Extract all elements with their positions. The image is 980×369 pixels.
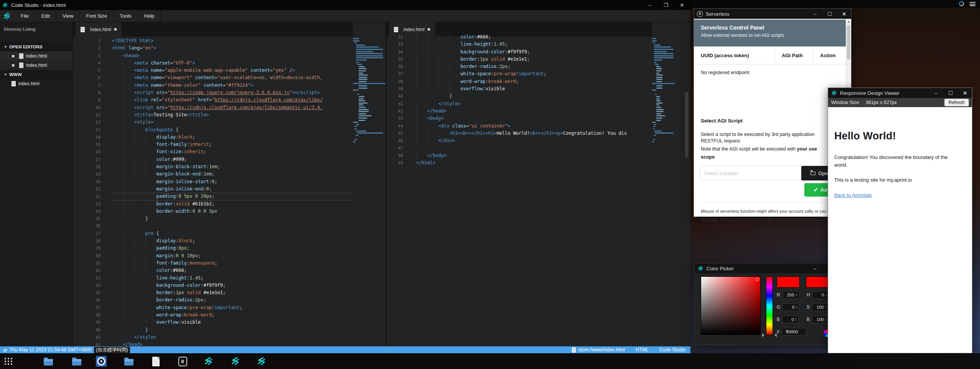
code-line[interactable]: } bbox=[112, 326, 353, 334]
serverless-icon[interactable]: 0 bbox=[177, 356, 188, 367]
scroll-up-icon[interactable]: ▲ bbox=[846, 19, 851, 23]
code-line[interactable]: <style> bbox=[112, 119, 353, 126]
title-bar[interactable]: 0 Serverless – ☐ ✕ bbox=[694, 9, 851, 19]
code-line[interactable]: <body> bbox=[416, 115, 652, 122]
code-line[interactable]: overflow:visible bbox=[416, 85, 652, 93]
code-line[interactable]: </head> bbox=[112, 341, 353, 346]
code-line[interactable]: border:1px solid #e1e1e1; bbox=[416, 56, 652, 63]
restore-button[interactable]: ❐ bbox=[663, 2, 669, 8]
hex-input[interactable] bbox=[782, 328, 806, 336]
hue-slider[interactable] bbox=[766, 276, 773, 335]
code-line[interactable]: <meta name="theme-color" content="#ff922… bbox=[112, 82, 353, 89]
sync-icon[interactable]: ⇄ bbox=[3, 347, 7, 353]
code-line[interactable]: margin-block-start:1em; bbox=[112, 163, 353, 170]
code-line[interactable]: pre { bbox=[112, 230, 353, 237]
code-line[interactable]: white-space:pre-wrap!important; bbox=[416, 70, 652, 78]
minimize-button[interactable]: – bbox=[647, 2, 653, 8]
stepper-icon[interactable]: ▲▼ bbox=[795, 318, 797, 321]
code-line[interactable] bbox=[112, 222, 353, 230]
code-line[interactable]: <link rel="stylesheet" href="https://cdn… bbox=[112, 96, 353, 104]
menu-file[interactable]: File bbox=[15, 10, 35, 22]
close-file-icon[interactable]: ✖ bbox=[12, 54, 16, 58]
code-line[interactable]: </style> bbox=[112, 334, 353, 341]
menu-edit[interactable]: Edit bbox=[35, 10, 56, 22]
refresh-button[interactable]: Refresh bbox=[944, 99, 969, 106]
minimap[interactable] bbox=[353, 37, 385, 143]
code-line[interactable]: word-wrap:break-word; bbox=[112, 311, 353, 319]
stepper-icon[interactable]: ▲▼ bbox=[796, 305, 797, 309]
code-line[interactable]: } bbox=[416, 93, 652, 100]
code-line[interactable]: font-family:inherit; bbox=[112, 141, 353, 148]
menu-view[interactable]: View bbox=[56, 10, 80, 22]
code-line[interactable]: background-color:#f9f9f9; bbox=[416, 48, 652, 56]
stepper-icon[interactable]: ▲▼ bbox=[825, 293, 827, 297]
code-line[interactable]: line-height:1.45; bbox=[416, 41, 652, 48]
code-line[interactable]: border:solid #b1b1b1; bbox=[112, 200, 353, 208]
code-line[interactable]: <title>Testing Site</title> bbox=[112, 111, 353, 119]
code-line[interactable]: </div> bbox=[416, 137, 652, 144]
code-line[interactable]: padding:0 5px 0 20px; bbox=[112, 193, 353, 200]
tree-section-www[interactable]: ▼ WWW bbox=[0, 70, 72, 79]
code-line[interactable]: <!DOCTYPE html> bbox=[112, 37, 353, 45]
close-tab-icon[interactable]: ✖ bbox=[114, 27, 117, 31]
code-line[interactable]: </html> bbox=[416, 159, 652, 167]
code-line[interactable]: margin:0 0 10px; bbox=[112, 252, 353, 260]
code-line[interactable]: </body> bbox=[416, 152, 652, 159]
code-studio-icon[interactable] bbox=[230, 356, 241, 367]
media-disc-icon[interactable] bbox=[96, 356, 107, 367]
code-line[interactable]: border-width:0 0 0 5px bbox=[112, 208, 353, 215]
code-line[interactable]: blockquote { bbox=[112, 126, 353, 134]
code-line[interactable]: <script src="https://cdnjs.cloudflare.co… bbox=[112, 104, 353, 111]
code-line[interactable]: </style> bbox=[416, 100, 652, 108]
close-tab-icon[interactable]: ✖ bbox=[427, 27, 430, 31]
maximize-button[interactable]: ☐ bbox=[947, 90, 954, 96]
tree-item-www-index[interactable]: index.html bbox=[0, 79, 72, 88]
code-line[interactable]: color:#666; bbox=[112, 267, 353, 274]
close-button[interactable]: ✕ bbox=[962, 90, 968, 96]
code-line[interactable]: font-family:monospace; bbox=[112, 260, 353, 267]
minimize-button[interactable]: – bbox=[812, 266, 818, 271]
code-line[interactable]: } bbox=[112, 215, 353, 222]
app-launcher-icon[interactable] bbox=[3, 356, 14, 367]
select-location-input[interactable] bbox=[700, 166, 801, 180]
tree-section-open-editors[interactable]: ▼ OPEN EDITORS bbox=[0, 42, 72, 51]
code-line[interactable]: display:block; bbox=[112, 134, 353, 141]
stepper-icon[interactable]: ▲▼ bbox=[825, 318, 827, 321]
code-line[interactable]: display:block; bbox=[112, 237, 353, 245]
tree-item-open-editor-1[interactable]: ✖ index.html bbox=[0, 51, 72, 61]
code-line[interactable]: padding:8px; bbox=[112, 245, 353, 252]
status-language[interactable]: HTML bbox=[636, 347, 649, 352]
menu-tools[interactable]: Tools bbox=[114, 10, 138, 22]
code-line[interactable]: word-wrap:break-word; bbox=[416, 78, 652, 85]
menu-help[interactable]: Help bbox=[138, 10, 161, 22]
status-file-path[interactable]: store:/www/index.html bbox=[578, 347, 625, 352]
minimize-button[interactable]: – bbox=[933, 90, 939, 96]
tab-index-html[interactable]: index.html ✖ bbox=[76, 22, 122, 36]
code-line[interactable]: <html lang="en"> bbox=[112, 45, 353, 52]
color-cursor[interactable] bbox=[756, 278, 759, 281]
code-studio-icon[interactable] bbox=[203, 356, 214, 367]
close-file-icon[interactable]: ✖ bbox=[12, 63, 16, 68]
code-line[interactable]: border-radius:2px; bbox=[112, 296, 353, 304]
maximize-button[interactable]: ☐ bbox=[827, 11, 833, 17]
back-to-aprintlab-link[interactable]: Back to Aprintlab bbox=[834, 192, 872, 198]
code-line[interactable]: font-size:inherit; bbox=[112, 148, 353, 156]
title-bar[interactable]: Responsive Design Viewer – ☐ ✕ bbox=[828, 88, 972, 98]
code-line[interactable] bbox=[416, 144, 652, 152]
close-button[interactable]: ✕ bbox=[841, 11, 847, 17]
code-line[interactable]: background-color:#f9f9f9; bbox=[112, 282, 353, 289]
code-line[interactable]: <div class="ui container"> bbox=[416, 122, 652, 130]
code-line[interactable]: <head> bbox=[112, 52, 353, 60]
code-line[interactable]: </head> bbox=[416, 108, 652, 115]
folder-icon[interactable] bbox=[43, 356, 54, 367]
menu-font-size[interactable]: Font Size bbox=[80, 10, 114, 22]
document-icon[interactable] bbox=[150, 356, 161, 367]
code-line[interactable]: <meta charset="UTF-8"> bbox=[112, 60, 353, 67]
stepper-icon[interactable]: ▲▼ bbox=[825, 305, 827, 309]
code-line[interactable]: white-space:pre-wrap!important; bbox=[112, 304, 353, 311]
code-line[interactable]: color:#999; bbox=[112, 156, 353, 163]
hue-arrow-left-icon[interactable] bbox=[762, 333, 764, 337]
tree-item-open-editor-2[interactable]: ✖ index.html bbox=[0, 61, 72, 70]
code-line[interactable]: overflow:visible bbox=[112, 319, 353, 326]
stepper-icon[interactable]: ▲▼ bbox=[796, 293, 797, 297]
